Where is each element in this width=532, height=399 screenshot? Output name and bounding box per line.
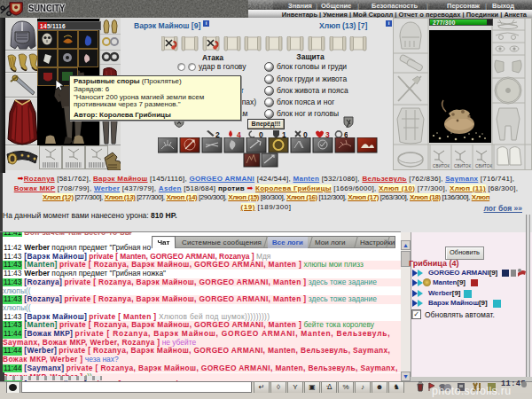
svg-text:СВИТОК: СВИТОК <box>433 164 450 168</box>
svg-text:СВИТОК: СВИТОК <box>454 164 472 168</box>
svg-text:СВИТОК: СВИТОК <box>475 164 493 168</box>
